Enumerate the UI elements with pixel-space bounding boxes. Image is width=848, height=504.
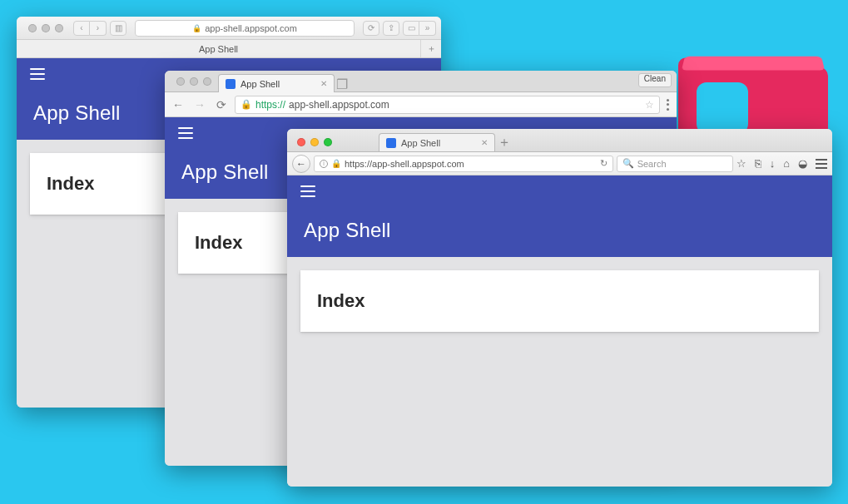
home-icon[interactable]: ⌂	[783, 157, 790, 170]
clipboard-icon[interactable]: ⎘	[755, 157, 761, 170]
bookmark-star-icon[interactable]: ☆	[645, 99, 654, 111]
close-tab-icon[interactable]: ✕	[320, 79, 327, 88]
favicon-icon	[226, 79, 236, 89]
lock-icon: 🔒	[192, 24, 201, 32]
minimize-window-button[interactable]	[190, 77, 198, 86]
tab-title: App Shell	[241, 79, 280, 89]
back-button[interactable]: ←	[170, 96, 186, 113]
lock-icon: 🔒	[241, 99, 252, 110]
close-tab-icon[interactable]: ✕	[481, 138, 488, 147]
browser-tab[interactable]: App Shell ✕	[218, 74, 335, 92]
search-bar[interactable]: 🔍 Search	[617, 156, 733, 172]
lock-icon: 🔒	[331, 159, 341, 168]
safari-tabbar: App Shell ＋	[17, 40, 441, 58]
info-icon[interactable]: i	[320, 160, 328, 168]
tab-title: App Shell	[199, 44, 238, 54]
app-body: Index	[287, 257, 832, 487]
forward-button[interactable]: ›	[90, 21, 107, 36]
tabs-button[interactable]: ▭	[403, 21, 419, 36]
overflow-button[interactable]: »	[419, 21, 436, 36]
back-button[interactable]: ‹	[73, 21, 90, 36]
hamburger-menu-icon[interactable]	[816, 159, 827, 169]
address-bar[interactable]: 🔒 https://app-shell.appspot.com ☆	[235, 96, 660, 114]
new-tab-button[interactable]: ＋	[495, 133, 513, 151]
browser-tab[interactable]: App Shell	[17, 40, 421, 57]
minimize-window-button[interactable]	[42, 24, 50, 32]
firefox-tabbar: App Shell ✕ ＋	[287, 129, 832, 152]
kebab-menu-icon[interactable]	[667, 99, 672, 111]
reload-button[interactable]: ⟳	[213, 96, 230, 113]
url-text: app-shell.appspot.com	[205, 23, 297, 33]
firefox-window: App Shell ✕ ＋ ← i 🔒 https://app-shell.ap…	[287, 129, 832, 487]
favicon-icon	[386, 138, 396, 148]
pocket-icon[interactable]: ◒	[798, 157, 807, 170]
content-card: Index	[300, 270, 819, 332]
hamburger-menu-icon[interactable]	[300, 185, 315, 197]
new-tab-button[interactable]: ❐	[336, 77, 356, 91]
address-bar[interactable]: i 🔒 https://app-shell.appspot.com ↻	[314, 156, 613, 172]
share-button[interactable]: ⇪	[383, 21, 399, 36]
card-title: Index	[317, 290, 802, 312]
maximize-window-button[interactable]	[324, 138, 332, 146]
new-tab-button[interactable]: ＋	[421, 40, 441, 57]
hamburger-menu-icon[interactable]	[30, 68, 45, 80]
chrome-tabbar: App Shell ✕ ❐ Clean	[165, 71, 677, 92]
url-protocol: https://	[255, 99, 285, 111]
close-window-button[interactable]	[297, 138, 305, 146]
url-text: https://app-shell.appspot.com	[345, 159, 464, 169]
safari-toolbar: ‹ › ▥ 🔒 app-shell.appspot.com ⟳ ⇪ ▭ »	[17, 17, 441, 40]
minimize-window-button[interactable]	[310, 138, 319, 146]
window-controls	[22, 24, 70, 32]
reload-button[interactable]: ↻	[600, 158, 607, 169]
firefox-toolbar: ← i 🔒 https://app-shell.appspot.com ↻ 🔍 …	[287, 152, 832, 175]
search-icon: 🔍	[622, 158, 634, 169]
downloads-icon[interactable]: ↓	[770, 157, 776, 170]
address-bar[interactable]: 🔒 app-shell.appspot.com	[135, 20, 355, 37]
hamburger-menu-icon[interactable]	[178, 127, 193, 139]
app-header: App Shell	[287, 175, 832, 257]
sidebar-button[interactable]: ▥	[110, 21, 126, 36]
url-host: app-shell.appspot.com	[289, 99, 389, 111]
browser-tab[interactable]: App Shell ✕	[379, 133, 495, 151]
close-window-button[interactable]	[176, 77, 185, 86]
reload-button[interactable]: ⟳	[363, 21, 379, 36]
maximize-window-button[interactable]	[55, 24, 63, 32]
close-window-button[interactable]	[28, 24, 37, 32]
forward-button[interactable]: →	[191, 96, 208, 113]
maximize-window-button[interactable]	[203, 77, 211, 86]
search-placeholder: Search	[637, 159, 667, 169]
clean-button[interactable]: Clean	[638, 73, 672, 87]
chrome-toolbar: ← → ⟳ 🔒 https://app-shell.appspot.com ☆	[165, 92, 677, 117]
back-button[interactable]: ←	[292, 155, 310, 173]
bookmark-star-icon[interactable]: ☆	[736, 157, 746, 170]
tab-title: App Shell	[401, 138, 440, 148]
app-title: App Shell	[304, 219, 819, 242]
